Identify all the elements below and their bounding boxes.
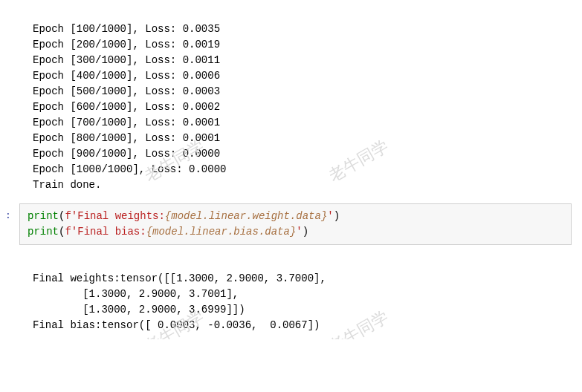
code-token: 'Final bias: <box>71 226 146 238</box>
code-token: f <box>65 210 71 222</box>
final-output-block: Final weights:tensor([[1.3000, 2.9000, 3… <box>0 249 582 339</box>
code-token: print <box>28 210 59 222</box>
output-line: Epoch [600/1000], Loss: 0.0002 <box>33 101 220 113</box>
output-line: Epoch [200/1000], Loss: 0.0019 <box>33 39 220 50</box>
output-line: Epoch [300/1000], Loss: 0.0011 <box>33 54 220 66</box>
cell-prompt: : <box>5 209 11 223</box>
output-line: Train done. <box>33 179 101 191</box>
code-token: print <box>28 226 59 238</box>
code-token: ) <box>334 210 340 222</box>
code-token: model.linear.weight.data <box>171 210 321 222</box>
code-token: ' <box>296 226 302 238</box>
output-line: Epoch [500/1000], Loss: 0.0003 <box>33 85 220 97</box>
output-line: Final weights:tensor([[1.3000, 2.9000, 3… <box>33 272 326 284</box>
code-token: { <box>165 210 171 222</box>
code-line-1: print(f'Final weights:{model.linear.weig… <box>28 209 563 224</box>
output-line: Epoch [100/1000], Loss: 0.0035 <box>33 23 220 35</box>
output-line: Epoch [400/1000], Loss: 0.0006 <box>33 70 220 82</box>
output-line: Epoch [700/1000], Loss: 0.0001 <box>33 117 220 128</box>
output-line: Epoch [1000/1000], Loss: 0.0000 <box>33 163 226 175</box>
code-cell[interactable]: : print(f'Final weights:{model.linear.we… <box>19 203 572 245</box>
code-line-2: print(f'Final bias:{model.linear.bias.da… <box>28 224 563 240</box>
code-token: { <box>146 226 152 238</box>
output-line: [1.3000, 2.9000, 3.6999]]) <box>33 304 245 316</box>
training-output-block: Epoch [100/1000], Loss: 0.0035 Epoch [20… <box>0 0 582 199</box>
code-token: model.linear.bias.data <box>152 226 290 238</box>
code-token: ) <box>303 226 308 238</box>
output-line: Epoch [900/1000], Loss: 0.0000 <box>33 148 220 160</box>
output-line: Final bias:tensor([ 0.0003, -0.0036, 0.0… <box>33 319 320 331</box>
code-token: f <box>65 226 71 238</box>
code-token: ' <box>327 210 333 222</box>
code-token: 'Final weights: <box>71 210 165 222</box>
output-line: [1.3000, 2.9000, 3.7001], <box>33 288 239 300</box>
output-line: Epoch [800/1000], Loss: 0.0001 <box>33 132 220 144</box>
